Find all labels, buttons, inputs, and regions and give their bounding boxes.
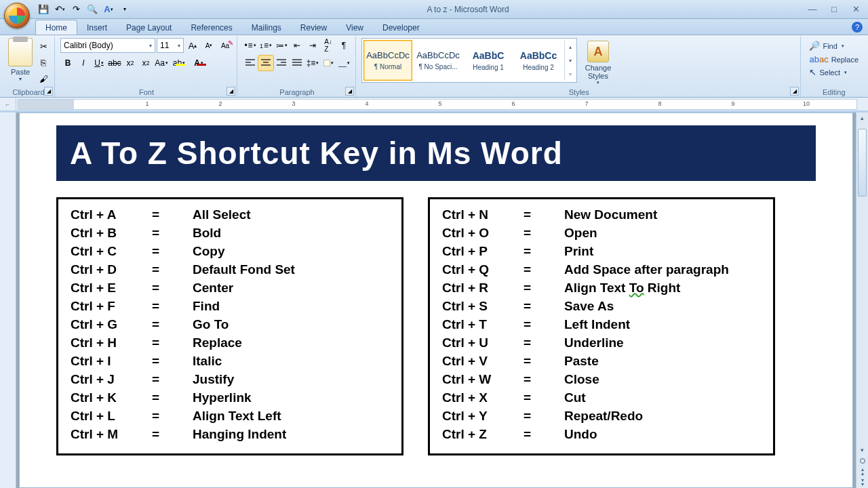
redo-icon[interactable]: ↷ xyxy=(69,3,83,16)
shortcut-row: Ctrl + B=Bold xyxy=(71,224,389,243)
document-area: A To Z Shortcut Key in Ms Word Ctrl + A=… xyxy=(0,113,868,488)
font-size-combo[interactable]: ▾ xyxy=(157,38,184,53)
highlight-button[interactable]: ab▾ xyxy=(170,56,189,70)
tab-insert[interactable]: Insert xyxy=(77,20,117,35)
styles-gallery-scroll[interactable]: ▴ ▾ ▿ xyxy=(564,40,575,81)
change-case-button[interactable]: Aa▾ xyxy=(154,56,169,70)
prev-page-icon[interactable]: ▴▴ xyxy=(856,466,868,477)
scroll-track[interactable] xyxy=(856,123,868,445)
tab-review[interactable]: Review xyxy=(291,20,336,35)
clipboard-dialog-launcher[interactable]: ◢ xyxy=(44,87,53,96)
shortcut-row: Ctrl + Q=Add Space after paragraph xyxy=(442,261,761,279)
style-no-spacing[interactable]: AaBbCcDc ¶ No Spaci... xyxy=(414,40,462,81)
minimize-button[interactable]: — xyxy=(804,3,821,16)
ruler-row: ⌐ 12345678910 xyxy=(0,98,868,111)
tab-home[interactable]: Home xyxy=(35,20,77,35)
font-name-input[interactable] xyxy=(64,41,146,50)
line-spacing-button[interactable]: ‡≡▾ xyxy=(305,56,320,70)
align-center-button[interactable] xyxy=(258,56,273,70)
shortcut-row: Ctrl + G=Go To xyxy=(71,316,389,334)
tab-page-layout[interactable]: Page Layout xyxy=(117,20,181,35)
style-normal[interactable]: AaBbCcDc ¶ Normal xyxy=(363,40,412,81)
horizontal-ruler[interactable]: 12345678910 xyxy=(18,99,857,110)
scroll-up-icon[interactable]: ▴ xyxy=(856,113,868,123)
cursor-icon: ↖ xyxy=(809,68,816,77)
find-button[interactable]: 🔎Find▾ xyxy=(806,39,861,52)
tab-references[interactable]: References xyxy=(181,20,241,35)
replace-button[interactable]: abacReplace xyxy=(806,54,861,65)
shortcut-table-left: Ctrl + A=All SelectCtrl + B=BoldCtrl + C… xyxy=(56,197,403,455)
next-page-icon[interactable]: ▾▾ xyxy=(856,477,868,488)
borders-button[interactable]: ▾ xyxy=(336,56,351,70)
scroll-thumb[interactable] xyxy=(858,129,867,197)
align-left-button[interactable] xyxy=(243,56,258,70)
print-preview-icon[interactable]: 🔍 xyxy=(85,3,99,16)
paragraph-dialog-launcher[interactable]: ◢ xyxy=(345,87,354,96)
browse-object-icon[interactable] xyxy=(856,455,868,466)
qat-customize-icon[interactable]: ▾ xyxy=(118,3,132,16)
office-button[interactable] xyxy=(4,3,30,28)
shortcut-row: Ctrl + D=Default Fond Set xyxy=(71,261,389,279)
group-styles: AaBbCcDc ¶ Normal AaBbCcDc ¶ No Spaci...… xyxy=(357,37,801,97)
group-clipboard: Paste ▾ ✂ ⎘ 🖌 Clipboard ◢ xyxy=(3,37,55,97)
font-color-button[interactable]: A▾ xyxy=(189,56,208,70)
styles-dialog-launcher[interactable]: ◢ xyxy=(790,87,799,96)
justify-button[interactable] xyxy=(290,56,304,70)
scroll-down-icon[interactable]: ▾ xyxy=(856,445,868,455)
tab-mailings[interactable]: Mailings xyxy=(242,20,291,35)
align-right-button[interactable] xyxy=(274,56,289,70)
bold-button[interactable]: B xyxy=(60,56,75,70)
font-size-input[interactable] xyxy=(160,41,175,50)
help-icon[interactable]: ? xyxy=(852,22,863,33)
gallery-up-icon[interactable]: ▴ xyxy=(565,40,575,54)
shortcut-row: Ctrl + X=Cut xyxy=(442,389,761,407)
group-editing: 🔎Find▾ abacReplace ↖Select▾ Editing xyxy=(802,37,865,97)
gallery-more-icon[interactable]: ▿ xyxy=(565,67,575,81)
shading-button[interactable]: ▾ xyxy=(321,56,336,70)
title-bar: 💾 ↶▾ ↷ 🔍 A▾ ▾ A to z - Microsoft Word — … xyxy=(0,0,868,19)
sort-button[interactable]: A↓Z xyxy=(321,38,336,53)
subscript-button[interactable]: x2 xyxy=(123,56,138,70)
italic-button[interactable]: I xyxy=(76,56,91,70)
maximize-button[interactable]: □ xyxy=(826,3,842,16)
decrease-indent-button[interactable]: ⇤ xyxy=(290,38,304,53)
font-dialog-launcher[interactable]: ◢ xyxy=(226,87,235,96)
shortcut-table-right: Ctrl + N=New DocumentCtrl + O=OpenCtrl +… xyxy=(428,197,775,455)
style-heading2[interactable]: AaBbCc Heading 2 xyxy=(514,40,563,81)
style-heading1[interactable]: AaBbC Heading 1 xyxy=(464,40,513,81)
close-button[interactable]: ✕ xyxy=(848,3,864,16)
style-icon[interactable]: A▾ xyxy=(102,3,115,16)
paste-button[interactable]: Paste ▾ xyxy=(7,38,34,87)
replace-icon: abac xyxy=(809,55,828,64)
shortcut-row: Ctrl + N=New Document xyxy=(442,206,761,224)
numbering-button[interactable]: ≡▾ xyxy=(258,38,273,53)
copy-icon[interactable]: ⎘ xyxy=(37,56,50,69)
format-painter-icon[interactable]: 🖌 xyxy=(37,72,50,85)
clear-formatting-button[interactable]: Aa✎ xyxy=(218,38,233,53)
bullets-button[interactable]: ≡▾ xyxy=(243,38,258,53)
shortcut-row: Ctrl + L=Align Text Left xyxy=(71,407,389,426)
select-button[interactable]: ↖Select▾ xyxy=(806,66,861,78)
grow-font-button[interactable]: A▴ xyxy=(185,38,200,53)
tab-view[interactable]: View xyxy=(336,20,373,35)
font-name-combo[interactable]: ▾ xyxy=(60,38,155,53)
shortcut-columns: Ctrl + A=All SelectCtrl + B=BoldCtrl + C… xyxy=(56,197,816,455)
shrink-font-button[interactable]: A▾ xyxy=(201,38,216,53)
increase-indent-button[interactable]: ⇥ xyxy=(305,38,320,53)
cut-icon[interactable]: ✂ xyxy=(37,39,50,53)
underline-button[interactable]: U▾ xyxy=(92,56,106,70)
superscript-button[interactable]: x2 xyxy=(138,56,153,70)
vertical-scrollbar[interactable]: ▴ ▾ ▴▴ ▾▾ xyxy=(856,113,868,488)
show-marks-button[interactable]: ¶ xyxy=(336,38,351,53)
undo-icon[interactable]: ↶▾ xyxy=(53,3,66,16)
tab-developer[interactable]: Developer xyxy=(373,20,429,35)
page[interactable]: A To Z Shortcut Key in Ms Word Ctrl + A=… xyxy=(19,113,853,488)
strikethrough-button[interactable]: abc xyxy=(107,56,122,70)
styles-gallery[interactable]: AaBbCcDc ¶ Normal AaBbCcDc ¶ No Spaci...… xyxy=(361,38,577,83)
change-styles-button[interactable]: A Change Styles ▾ xyxy=(580,38,616,85)
gallery-down-icon[interactable]: ▾ xyxy=(565,54,575,67)
ruler-corner[interactable]: ⌐ xyxy=(0,98,16,110)
save-icon[interactable]: 💾 xyxy=(37,3,50,16)
multilevel-list-button[interactable]: ≔▾ xyxy=(274,38,289,53)
vertical-ruler[interactable] xyxy=(0,113,16,488)
